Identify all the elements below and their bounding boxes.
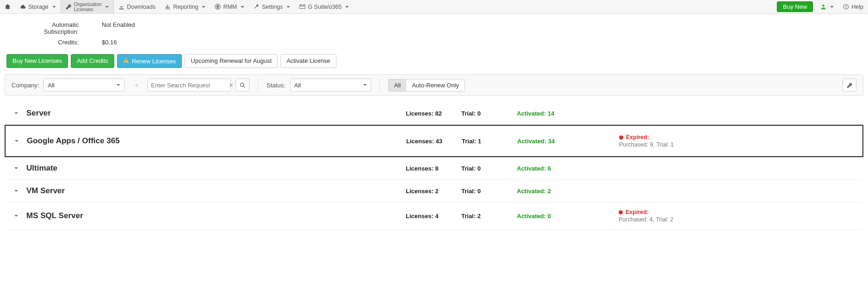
company-select[interactable]: All xyxy=(43,79,124,92)
group-name: Ultimate xyxy=(26,164,406,173)
trial-count: Trial: 2 xyxy=(461,213,517,220)
caret-down-icon[interactable] xyxy=(14,190,18,192)
nav-gsuite-label: G Suite/o365 xyxy=(308,4,341,10)
cloud-icon xyxy=(20,4,26,10)
status-dot-icon xyxy=(619,210,623,214)
nav-reporting-label: Reporting xyxy=(173,4,198,10)
upcoming-renewal-button[interactable]: Upcoming Renewal for August xyxy=(185,54,278,68)
search-input-wrap: ✕ xyxy=(148,79,231,92)
settings-icon-button[interactable] xyxy=(843,79,856,92)
seg-auto-renew-button[interactable]: Auto-Renew Only xyxy=(406,79,465,91)
action-bar: Buy New Licenses Add Credits Renew Licen… xyxy=(0,54,868,74)
nav-settings[interactable]: Settings xyxy=(249,0,295,13)
license-group-row[interactable]: ServerLicenses: 82Trial: 0Activated: 14 xyxy=(5,102,863,125)
caret-down-icon[interactable] xyxy=(14,112,18,114)
arrow-right-icon xyxy=(129,79,143,92)
credits-label: Credits: xyxy=(19,39,102,46)
caret-down-icon xyxy=(117,84,120,86)
licenses-count: Licenses: 4 xyxy=(406,213,461,220)
nav-org-licenses[interactable]: Organization Licenses xyxy=(61,0,114,13)
warning-icon xyxy=(123,57,129,65)
nav-home[interactable] xyxy=(0,0,15,13)
nav-org-licenses-label: Organization Licenses xyxy=(74,2,102,12)
status-label: Status: xyxy=(267,82,285,89)
caret-down-icon xyxy=(105,6,109,8)
group-name: Google Apps / Office 365 xyxy=(27,136,406,146)
filter-bar: Company: All ✕ Status: All All Auto-Rene… xyxy=(5,74,863,96)
nav-storage[interactable]: Storage xyxy=(15,0,61,13)
caret-down-icon xyxy=(286,6,290,8)
nav-settings-label: Settings xyxy=(262,4,283,10)
add-credits-button[interactable]: Add Credits xyxy=(71,54,114,68)
svg-text:?: ? xyxy=(845,5,848,9)
credits-value: $0.16 xyxy=(102,39,117,46)
license-group-row[interactable]: VM ServerLicenses: 2Trial: 0Activated: 2 xyxy=(5,180,863,202)
nav-downloads[interactable]: Downloads xyxy=(114,0,160,13)
seg-all-button[interactable]: All xyxy=(389,79,406,91)
expired-badge: Expired:Purchased: 4, Trial: 2 xyxy=(619,209,673,223)
globe-icon xyxy=(215,4,221,10)
nav-gsuite[interactable]: G Suite/o365 xyxy=(295,0,353,13)
trial-count: Trial: 0 xyxy=(461,110,517,117)
license-group-row[interactable]: MS SQL ServerLicenses: 4Trial: 2Activate… xyxy=(5,202,863,230)
caret-down-icon[interactable] xyxy=(15,140,19,142)
renew-licenses-button[interactable]: Renew Licenses xyxy=(117,54,182,68)
nav-storage-label: Storage xyxy=(28,4,49,10)
help-icon: ? xyxy=(843,4,849,10)
activated-count: Activated: 2 xyxy=(517,188,591,195)
subscription-label: Automatic Subscription: xyxy=(19,21,102,35)
licenses-count: Licenses: 2 xyxy=(406,188,461,195)
info-block: Automatic Subscription: Not Enabled Cred… xyxy=(0,14,868,54)
trial-count: Trial: 1 xyxy=(462,138,517,145)
search-button[interactable] xyxy=(236,79,249,92)
activated-count: Activated: 0 xyxy=(517,213,591,220)
status-dot-icon xyxy=(619,135,623,140)
download-icon xyxy=(118,4,124,10)
activated-count: Activated: 34 xyxy=(517,138,591,145)
activated-count: Activated: 14 xyxy=(517,110,591,117)
nav-reporting[interactable]: Reporting xyxy=(160,0,210,13)
nav-rmm[interactable]: RMM xyxy=(210,0,249,13)
buy-licenses-button[interactable]: Buy New Licenses xyxy=(6,54,68,68)
user-icon xyxy=(820,4,826,10)
group-name: MS SQL Server xyxy=(26,211,406,220)
activated-count: Activated: 6 xyxy=(517,165,591,172)
group-name: Server xyxy=(26,109,406,118)
nav-downloads-label: Downloads xyxy=(127,4,155,10)
status-select[interactable]: All xyxy=(290,79,371,92)
top-nav: Storage Organization Licenses Downloads … xyxy=(0,0,868,14)
nav-help[interactable]: ? Help xyxy=(838,0,868,13)
nav-user-menu[interactable] xyxy=(816,0,838,13)
caret-down-icon xyxy=(52,6,56,8)
group-name: VM Server xyxy=(26,186,406,195)
key-icon xyxy=(66,4,72,10)
caret-down-icon xyxy=(363,84,367,86)
svg-point-2 xyxy=(240,83,243,86)
nav-help-label: Help xyxy=(851,4,863,10)
activate-license-button[interactable]: Activate License xyxy=(280,54,336,68)
expired-badge: Expired:Purchased: 9, Trial: 1 xyxy=(619,134,674,148)
renew-filter-segment: All Auto-Renew Only xyxy=(388,79,465,92)
mail-icon xyxy=(299,4,305,10)
wrench-icon xyxy=(254,4,260,10)
caret-down-icon xyxy=(241,6,244,8)
clear-icon[interactable]: ✕ xyxy=(229,82,234,89)
caret-down-icon xyxy=(830,6,834,8)
company-label: Company: xyxy=(12,82,39,89)
licenses-count: Licenses: 8 xyxy=(406,165,461,172)
license-group-row[interactable]: UltimateLicenses: 8Trial: 0Activated: 6 xyxy=(5,157,863,180)
nav-rmm-label: RMM xyxy=(223,4,237,10)
caret-down-icon xyxy=(202,6,205,8)
divider xyxy=(258,79,258,92)
home-icon xyxy=(5,4,11,10)
buy-new-button[interactable]: Buy New xyxy=(777,1,813,12)
caret-down-icon xyxy=(345,6,349,8)
license-group-row[interactable]: Google Apps / Office 365Licenses: 43Tria… xyxy=(5,125,863,157)
trial-count: Trial: 0 xyxy=(461,165,517,172)
license-groups: ServerLicenses: 82Trial: 0Activated: 14G… xyxy=(5,102,863,230)
search-input[interactable] xyxy=(151,82,229,89)
caret-down-icon[interactable] xyxy=(14,167,18,169)
licenses-count: Licenses: 43 xyxy=(406,138,462,145)
caret-down-icon[interactable] xyxy=(14,215,18,217)
svg-line-3 xyxy=(243,86,245,87)
